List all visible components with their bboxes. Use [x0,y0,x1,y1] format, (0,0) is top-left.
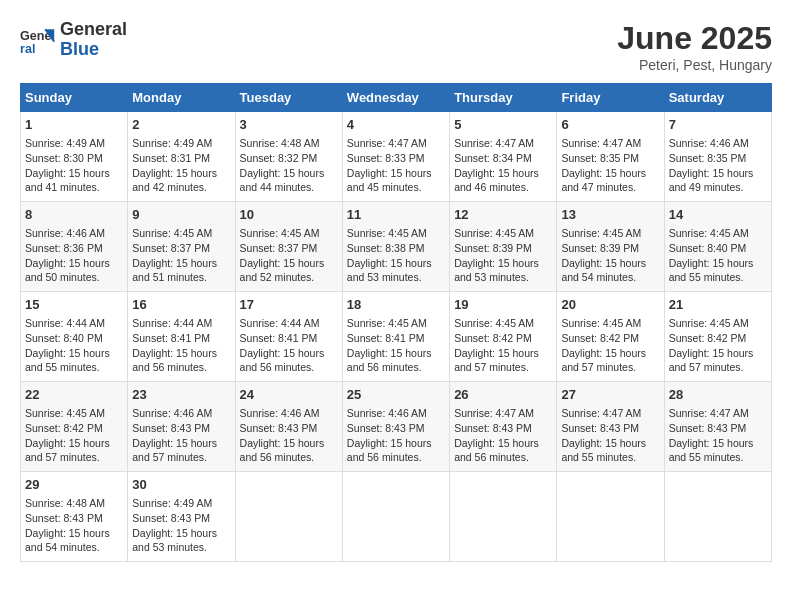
day-info: and 56 minutes. [454,450,552,465]
day-info: Sunset: 8:41 PM [240,331,338,346]
day-info: Daylight: 15 hours [669,166,767,181]
day-info: Sunset: 8:43 PM [132,511,230,526]
day-info: Sunset: 8:43 PM [669,421,767,436]
day-info: Daylight: 15 hours [561,346,659,361]
day-info: Sunrise: 4:45 AM [561,316,659,331]
calendar-cell: 18Sunrise: 4:45 AMSunset: 8:41 PMDayligh… [342,292,449,382]
day-info: Daylight: 15 hours [240,256,338,271]
calendar-cell: 9Sunrise: 4:45 AMSunset: 8:37 PMDaylight… [128,202,235,292]
col-monday: Monday [128,84,235,112]
calendar-cell: 14Sunrise: 4:45 AMSunset: 8:40 PMDayligh… [664,202,771,292]
day-number: 2 [132,116,230,134]
day-info: Sunrise: 4:49 AM [132,496,230,511]
day-info: and 54 minutes. [561,270,659,285]
day-info: Sunrise: 4:44 AM [25,316,123,331]
day-info: Daylight: 15 hours [132,166,230,181]
day-number: 27 [561,386,659,404]
calendar-cell [235,472,342,562]
day-info: Daylight: 15 hours [454,346,552,361]
day-info: and 47 minutes. [561,180,659,195]
logo-line1: General [60,20,127,40]
day-info: Sunrise: 4:44 AM [132,316,230,331]
calendar-week-3: 22Sunrise: 4:45 AMSunset: 8:42 PMDayligh… [21,382,772,472]
day-info: and 51 minutes. [132,270,230,285]
day-number: 23 [132,386,230,404]
day-number: 21 [669,296,767,314]
calendar-cell: 11Sunrise: 4:45 AMSunset: 8:38 PMDayligh… [342,202,449,292]
day-info: Sunrise: 4:46 AM [669,136,767,151]
day-info: Sunset: 8:39 PM [561,241,659,256]
day-info: Sunset: 8:43 PM [347,421,445,436]
day-info: Sunrise: 4:46 AM [240,406,338,421]
day-number: 16 [132,296,230,314]
calendar-week-2: 15Sunrise: 4:44 AMSunset: 8:40 PMDayligh… [21,292,772,382]
calendar-cell: 6Sunrise: 4:47 AMSunset: 8:35 PMDaylight… [557,112,664,202]
day-number: 9 [132,206,230,224]
day-info: Sunrise: 4:45 AM [669,316,767,331]
day-info: Daylight: 15 hours [347,166,445,181]
day-info: Sunset: 8:42 PM [669,331,767,346]
logo-icon: Gene ral [20,22,56,58]
day-info: Sunset: 8:36 PM [25,241,123,256]
location: Peteri, Pest, Hungary [617,57,772,73]
day-number: 30 [132,476,230,494]
day-info: Sunrise: 4:44 AM [240,316,338,331]
day-info: Sunrise: 4:46 AM [132,406,230,421]
day-info: and 56 minutes. [132,360,230,375]
day-number: 3 [240,116,338,134]
day-info: Daylight: 15 hours [347,436,445,451]
day-info: Sunrise: 4:48 AM [25,496,123,511]
day-number: 12 [454,206,552,224]
day-info: and 57 minutes. [669,360,767,375]
calendar-cell: 24Sunrise: 4:46 AMSunset: 8:43 PMDayligh… [235,382,342,472]
calendar-cell [557,472,664,562]
calendar-cell: 2Sunrise: 4:49 AMSunset: 8:31 PMDaylight… [128,112,235,202]
calendar-cell: 4Sunrise: 4:47 AMSunset: 8:33 PMDaylight… [342,112,449,202]
day-info: Sunset: 8:35 PM [561,151,659,166]
day-info: and 44 minutes. [240,180,338,195]
day-info: Daylight: 15 hours [561,436,659,451]
day-info: and 52 minutes. [240,270,338,285]
day-number: 25 [347,386,445,404]
day-info: Sunset: 8:42 PM [25,421,123,436]
logo-line2: Blue [60,40,127,60]
day-info: Sunrise: 4:47 AM [454,406,552,421]
day-info: and 56 minutes. [240,450,338,465]
day-info: Daylight: 15 hours [347,256,445,271]
calendar-cell: 28Sunrise: 4:47 AMSunset: 8:43 PMDayligh… [664,382,771,472]
day-number: 1 [25,116,123,134]
day-info: Sunrise: 4:46 AM [25,226,123,241]
calendar-cell: 12Sunrise: 4:45 AMSunset: 8:39 PMDayligh… [450,202,557,292]
day-number: 28 [669,386,767,404]
day-info: Daylight: 15 hours [25,436,123,451]
day-info: Daylight: 15 hours [454,166,552,181]
calendar-cell: 19Sunrise: 4:45 AMSunset: 8:42 PMDayligh… [450,292,557,382]
day-info: and 55 minutes. [669,450,767,465]
day-info: Sunrise: 4:45 AM [454,316,552,331]
day-info: Sunrise: 4:45 AM [561,226,659,241]
day-info: Daylight: 15 hours [132,436,230,451]
header-row: Sunday Monday Tuesday Wednesday Thursday… [21,84,772,112]
day-number: 10 [240,206,338,224]
day-info: Daylight: 15 hours [240,166,338,181]
day-info: and 45 minutes. [347,180,445,195]
day-info: Daylight: 15 hours [132,346,230,361]
day-number: 22 [25,386,123,404]
day-info: Sunset: 8:32 PM [240,151,338,166]
calendar-cell: 22Sunrise: 4:45 AMSunset: 8:42 PMDayligh… [21,382,128,472]
day-info: and 55 minutes. [561,450,659,465]
calendar-week-4: 29Sunrise: 4:48 AMSunset: 8:43 PMDayligh… [21,472,772,562]
day-info: Sunset: 8:43 PM [561,421,659,436]
day-info: and 50 minutes. [25,270,123,285]
day-info: Daylight: 15 hours [561,256,659,271]
day-info: Daylight: 15 hours [25,256,123,271]
day-info: and 55 minutes. [669,270,767,285]
day-info: Sunrise: 4:47 AM [454,136,552,151]
day-info: Sunrise: 4:48 AM [240,136,338,151]
day-info: Sunset: 8:37 PM [240,241,338,256]
day-info: Daylight: 15 hours [669,256,767,271]
day-info: Sunrise: 4:45 AM [454,226,552,241]
day-number: 6 [561,116,659,134]
day-info: and 41 minutes. [25,180,123,195]
day-info: and 53 minutes. [347,270,445,285]
